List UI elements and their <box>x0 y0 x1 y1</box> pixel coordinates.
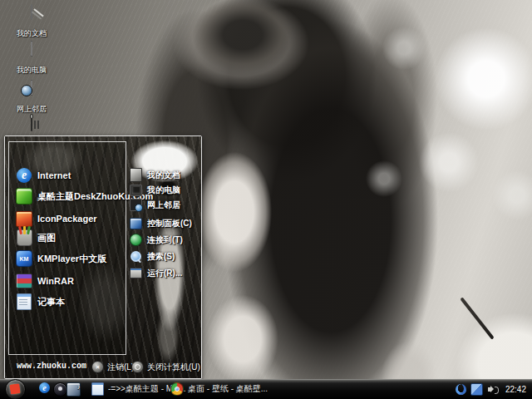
menu-item-notepad[interactable]: 记事本 <box>16 293 65 310</box>
desktop-icon-label: 我的文档 <box>5 28 58 39</box>
volume-icon[interactable] <box>487 384 499 395</box>
winrar-icon <box>16 273 32 289</box>
windows-logo-icon <box>9 383 21 395</box>
network-places-icon <box>22 81 42 102</box>
input-method-icon[interactable] <box>456 384 466 395</box>
zhuoku-website-link[interactable]: www.zhuoku.com <box>17 362 86 371</box>
menu-item-iconpackager[interactable]: IconPackager <box>16 210 97 227</box>
desktop-screen: 我的文档 我的电脑 网上邻居 e Internet 桌酷主题DeskZhuoKu… <box>0 0 532 399</box>
network-icon[interactable] <box>470 383 483 396</box>
turn-off-computer-button[interactable]: 关闭计算机(U) <box>131 361 200 373</box>
menu-item-internet[interactable]: e Internet <box>16 167 71 184</box>
menu-item-run[interactable]: 运行(R)... <box>130 267 182 279</box>
start-menu-pinned-panel: e Internet 桌酷主题DeskZhuoKu.Com IconPackag… <box>8 141 126 355</box>
connect-to-icon <box>130 234 142 246</box>
paint-icon <box>16 229 32 246</box>
start-menu-footer: www.zhuoku.com × 注销(L) 关闭计算机(U) <box>5 360 201 375</box>
my-computer-icon <box>22 42 42 63</box>
menu-item-my-documents[interactable]: 我的文档 <box>130 169 180 181</box>
power-icon <box>131 361 144 373</box>
desktop-icon-my-documents[interactable]: 我的文档 <box>5 5 58 39</box>
quick-launch-internet-explorer[interactable]: e <box>39 382 52 395</box>
internet-explorer-icon: e <box>39 382 50 393</box>
menu-item-my-computer[interactable]: 我的电脑 <box>130 184 180 196</box>
log-off-button[interactable]: × 注销(L) <box>91 361 134 373</box>
notepad-icon <box>16 293 32 310</box>
control-panel-icon <box>130 217 142 229</box>
start-button[interactable] <box>5 379 26 399</box>
start-menu: e Internet 桌酷主题DeskZhuoKu.Com IconPackag… <box>4 135 202 379</box>
task-button-wallpaper-page[interactable]: 桌面 - 壁纸 - 桌酷壁... <box>167 381 271 397</box>
run-icon <box>130 267 142 279</box>
my-computer-icon <box>130 184 142 196</box>
menu-item-paint[interactable]: 画图 <box>16 229 56 246</box>
taskbar-clock[interactable]: 22:42 <box>505 385 526 394</box>
chrome-icon <box>170 382 184 396</box>
menu-item-connect-to[interactable]: 连接到(T) <box>130 234 183 246</box>
search-icon <box>130 250 142 263</box>
document-icon <box>91 382 104 396</box>
menu-item-search[interactable]: 搜索(S) <box>130 250 175 263</box>
taskbar: e › -=>>桌酷主题 - Mic... 桌面 - 壁纸 - 桌酷壁... 2… <box>0 379 532 399</box>
internet-explorer-icon: e <box>16 167 32 184</box>
desktop-icon-network-places[interactable]: 网上邻居 <box>5 81 58 115</box>
desktop-icon-my-computer[interactable]: 我的电脑 <box>5 42 58 76</box>
menu-item-control-panel[interactable]: 控制面板(C) <box>130 217 192 229</box>
menu-item-kmplayer[interactable]: KM KMPlayer中文版 <box>16 250 106 267</box>
system-tray: 22:42 <box>456 379 532 399</box>
desktop-icon-label: 我的电脑 <box>5 65 58 76</box>
quick-launch-media-player[interactable] <box>53 382 67 397</box>
my-documents-icon <box>22 5 42 27</box>
log-off-icon: × <box>91 361 104 373</box>
quick-launch-overflow-chevron[interactable]: › <box>77 382 80 392</box>
menu-item-network-places[interactable]: 网上邻居 <box>130 199 180 211</box>
zhuoku-theme-icon <box>16 188 32 204</box>
network-places-icon <box>130 199 142 211</box>
kmplayer-icon: KM <box>16 250 32 267</box>
menu-item-winrar[interactable]: WinRAR <box>16 273 74 289</box>
my-documents-icon <box>130 169 142 181</box>
iconpackager-icon <box>16 210 32 227</box>
